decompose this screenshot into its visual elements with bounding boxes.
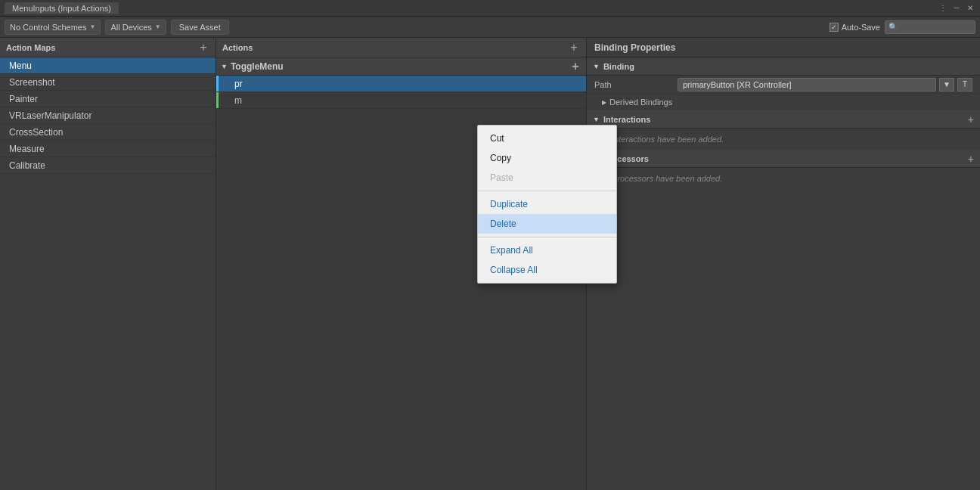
- ctx-separator: [478, 237, 616, 237]
- action-map-label: Painter: [9, 94, 38, 104]
- chevron-down-icon: ▼: [90, 23, 96, 30]
- path-t-button[interactable]: T: [957, 78, 972, 91]
- autosave-area: ✓ Auto-Save 🔍: [830, 20, 975, 34]
- ctx-expand-all[interactable]: Expand All: [478, 240, 616, 260]
- action-map-label: Screenshot: [9, 77, 55, 88]
- ctx-copy[interactable]: Copy: [478, 148, 616, 168]
- action-group-label: ToggleMenu: [231, 61, 284, 72]
- all-devices-label: All Devices: [110, 23, 151, 32]
- all-devices-dropdown[interactable]: All Devices ▼: [105, 20, 166, 35]
- collapse-triangle-icon: ▼: [593, 63, 600, 70]
- collapse-triangle-icon: ▼: [593, 116, 600, 123]
- more-options-icon[interactable]: ⋮: [938, 3, 948, 14]
- action-map-item[interactable]: Painter: [0, 91, 216, 107]
- action-map-item[interactable]: Screenshot: [0, 74, 216, 91]
- ctx-cut-label: Cut: [490, 133, 504, 144]
- action-maps-panel: Action Maps + Menu Screenshot Painter VR…: [0, 38, 216, 490]
- context-menu: Cut Copy Paste Duplicate Delete Expand A…: [477, 125, 617, 284]
- ctx-paste-label: Paste: [490, 172, 513, 183]
- path-value-area: primaryButton [XR Controller] ▼ T: [678, 78, 972, 91]
- ctx-delete[interactable]: Delete: [478, 214, 616, 234]
- expand-icon: ▶: [602, 99, 606, 106]
- path-dropdown-button[interactable]: ▼: [939, 78, 954, 91]
- action-maps-panel-header: Action Maps +: [0, 38, 216, 57]
- binding-props-title: Binding Properties: [594, 42, 675, 53]
- close-icon[interactable]: ✕: [965, 3, 975, 14]
- ctx-delete-label: Delete: [490, 219, 516, 229]
- autosave-checkbox[interactable]: ✓: [830, 23, 839, 32]
- actions-panel: Actions + ▼ ToggleMenu + pr m Cut Copy: [216, 38, 587, 490]
- action-item-label: pr: [234, 79, 243, 89]
- action-map-label: VRLaserManipulator: [9, 110, 91, 121]
- derived-bindings-label: Derived Bindings: [609, 98, 672, 107]
- action-map-item[interactable]: Measure: [0, 141, 216, 157]
- action-group-header[interactable]: ▼ ToggleMenu +: [216, 57, 586, 76]
- ctx-duplicate[interactable]: Duplicate: [478, 194, 616, 214]
- action-maps-title: Action Maps: [6, 43, 55, 52]
- action-map-item[interactable]: Calibrate: [0, 157, 216, 174]
- search-icon: 🔍: [889, 23, 898, 31]
- path-field[interactable]: primaryButton [XR Controller]: [678, 78, 936, 91]
- expand-triangle-icon: ▼: [221, 63, 228, 70]
- derived-bindings-row[interactable]: ▶ Derived Bindings: [587, 94, 980, 110]
- accent-bar: [216, 92, 219, 108]
- title-bar-controls: ⋮ ─ ✕: [938, 3, 975, 14]
- interactions-section-header[interactable]: ▼ Interactions +: [587, 110, 980, 129]
- ctx-copy-label: Copy: [490, 153, 511, 163]
- ctx-cut[interactable]: Cut: [478, 129, 616, 148]
- minimize-icon[interactable]: ─: [951, 3, 962, 14]
- save-asset-button[interactable]: Save Asset: [171, 20, 229, 35]
- add-binding-button[interactable]: +: [569, 60, 581, 73]
- add-interaction-button[interactable]: +: [968, 113, 974, 126]
- ctx-collapse-all[interactable]: Collapse All: [478, 260, 616, 280]
- search-box[interactable]: 🔍: [885, 20, 975, 34]
- autosave-label: Auto-Save: [842, 23, 880, 32]
- binding-section-label: Binding: [603, 62, 634, 71]
- ctx-paste: Paste: [478, 168, 616, 188]
- interactions-section-label: Interactions: [603, 115, 650, 124]
- control-schemes-label: No Control Schemes: [10, 23, 87, 32]
- add-processor-button[interactable]: +: [968, 153, 974, 165]
- ctx-collapse-all-label: Collapse All: [490, 265, 538, 275]
- action-map-label: Calibrate: [9, 160, 45, 171]
- add-action-map-button[interactable]: +: [197, 42, 209, 54]
- path-label: Path: [594, 80, 678, 89]
- actions-title: Actions: [222, 43, 253, 52]
- binding-props-header: Binding Properties: [587, 38, 980, 57]
- action-map-label: Measure: [9, 144, 45, 154]
- title-bar-left: MenuInputs (Input Actions): [5, 2, 119, 14]
- no-interactions-text: No Interactions have been added.: [587, 129, 980, 150]
- action-map-item[interactable]: VRLaserManipulator: [0, 107, 216, 124]
- add-action-button[interactable]: +: [568, 42, 580, 54]
- ctx-separator: [478, 191, 616, 191]
- action-map-label: Menu: [9, 60, 32, 71]
- accent-bar: [0, 57, 2, 73]
- binding-properties-panel: Binding Properties ▼ Binding Path primar…: [587, 38, 980, 490]
- autosave-toggle[interactable]: ✓ Auto-Save: [830, 23, 880, 32]
- binding-section-header[interactable]: ▼ Binding: [587, 57, 980, 76]
- processors-section-header[interactable]: ▼ Processors +: [587, 150, 980, 168]
- action-item-label: m: [234, 95, 242, 106]
- actions-panel-header: Actions +: [216, 38, 586, 57]
- toolbar: No Control Schemes ▼ All Devices ▼ Save …: [0, 17, 980, 38]
- main-layout: Action Maps + Menu Screenshot Painter VR…: [0, 38, 980, 490]
- title-bar: MenuInputs (Input Actions) ⋮ ─ ✕: [0, 0, 980, 17]
- ctx-expand-all-label: Expand All: [490, 245, 533, 256]
- action-item-row[interactable]: pr: [216, 76, 586, 92]
- action-map-label: CrossSection: [9, 127, 63, 138]
- action-item-row[interactable]: m: [216, 92, 586, 109]
- action-map-item[interactable]: Menu: [0, 57, 216, 74]
- action-maps-list: Menu Screenshot Painter VRLaserManipulat…: [0, 57, 216, 490]
- accent-bar: [216, 76, 219, 91]
- path-property-row: Path primaryButton [XR Controller] ▼ T: [587, 76, 980, 94]
- action-map-item[interactable]: CrossSection: [0, 124, 216, 141]
- ctx-duplicate-label: Duplicate: [490, 199, 528, 209]
- no-processors-text: No Processors have been added.: [587, 168, 980, 189]
- chevron-down-icon: ▼: [155, 23, 161, 30]
- title-tab[interactable]: MenuInputs (Input Actions): [5, 2, 119, 14]
- control-schemes-dropdown[interactable]: No Control Schemes ▼: [5, 20, 101, 35]
